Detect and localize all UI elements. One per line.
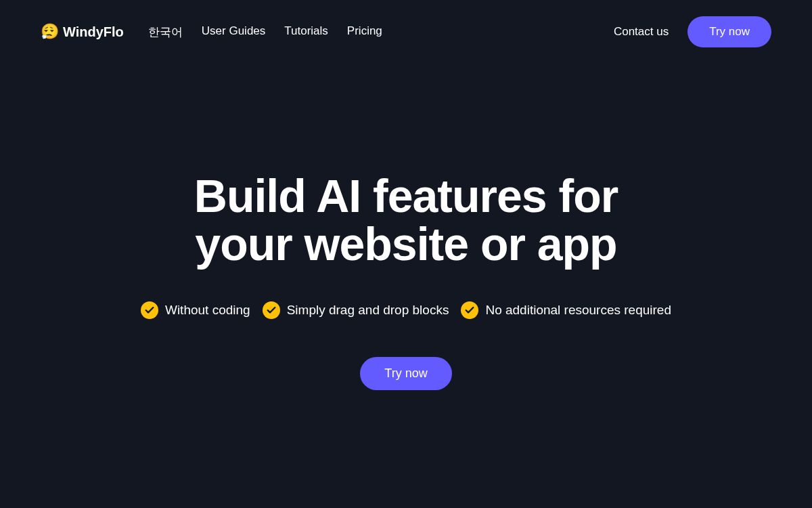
hero-section: Build AI features for your website or ap… [0,172,812,390]
try-now-button-hero[interactable]: Try now [360,357,451,390]
try-now-button-nav[interactable]: Try now [687,16,771,47]
nav-link-pricing[interactable]: Pricing [347,24,382,40]
feature-text: Simply drag and drop blocks [287,303,449,318]
logo-text: WindyFlo [63,24,124,40]
check-icon [263,301,280,319]
feature-item-1: Without coding [141,301,250,319]
check-icon [461,301,478,319]
logo[interactable]: 😮‍💨 WindyFlo [41,23,124,41]
navbar: 😮‍💨 WindyFlo 한국어 User Guides Tutorials P… [0,0,812,64]
nav-left: 😮‍💨 WindyFlo 한국어 User Guides Tutorials P… [41,23,382,41]
hero-title: Build AI features for your website or ap… [194,172,618,269]
feature-text: Without coding [165,303,250,318]
nav-link-user-guides[interactable]: User Guides [202,24,265,40]
contact-link[interactable]: Contact us [614,25,669,39]
features-list: Without coding Simply drag and drop bloc… [141,301,671,319]
nav-link-korean[interactable]: 한국어 [148,24,183,40]
feature-item-3: No additional resources required [461,301,671,319]
hero-title-line2: your website or app [195,218,616,270]
check-icon [141,301,158,319]
nav-right: Contact us Try now [614,16,771,47]
logo-icon: 😮‍💨 [41,23,59,41]
hero-title-line1: Build AI features for [194,170,618,221]
nav-links: 한국어 User Guides Tutorials Pricing [148,24,382,40]
feature-item-2: Simply drag and drop blocks [263,301,449,319]
feature-text: No additional resources required [485,303,671,318]
nav-link-tutorials[interactable]: Tutorials [284,24,328,40]
